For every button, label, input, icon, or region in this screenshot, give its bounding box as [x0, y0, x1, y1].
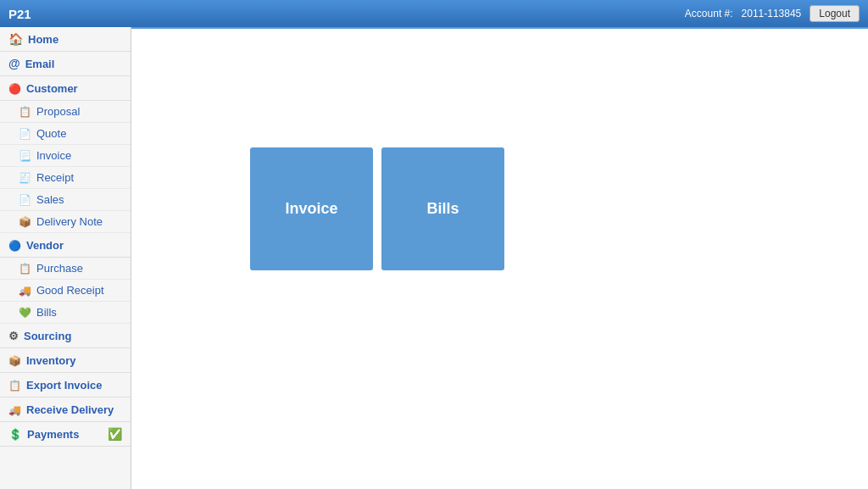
sidebar-item-sales[interactable]: Sales: [0, 189, 131, 211]
payments-check-icon: [108, 427, 122, 441]
sidebar-item-payments[interactable]: Payments: [0, 422, 131, 447]
account-number: 2011-113845: [742, 8, 802, 19]
sidebar-quote-label: Quote: [36, 127, 66, 140]
sidebar-proposal-label: Proposal: [36, 105, 80, 118]
purchase-icon: [19, 262, 31, 275]
sidebar-customer-label: Customer: [26, 82, 78, 95]
quote-icon: [19, 127, 31, 140]
app-title: P21: [8, 7, 31, 21]
sidebar-email-label: Email: [25, 58, 55, 70]
layout: Home Email Customer Proposal Quote Invoi…: [0, 27, 868, 489]
sidebar-invoice-label: Invoice: [36, 149, 71, 162]
account-area: Account #: 2011-113845 Logout: [685, 5, 860, 22]
sales-icon: [19, 193, 31, 206]
header: P21 Account #: 2011-113845 Logout: [0, 0, 868, 27]
payments-icon: [8, 427, 22, 441]
sidebar-home-label: Home: [28, 33, 58, 46]
sidebar-vendor-label: Vendor: [26, 239, 64, 252]
logout-button[interactable]: Logout: [810, 5, 860, 22]
sidebar-receipt-label: Receipt: [36, 171, 74, 184]
sidebar-item-email[interactable]: Email: [0, 52, 131, 76]
home-icon: [8, 32, 23, 46]
sidebar: Home Email Customer Proposal Quote Invoi…: [0, 27, 131, 489]
invoice-icon: [19, 149, 31, 162]
sidebar-item-proposal[interactable]: Proposal: [0, 101, 131, 123]
sidebar-purchase-label: Purchase: [36, 262, 83, 275]
sidebar-item-invoice[interactable]: Invoice: [0, 145, 131, 167]
bills-tile[interactable]: Bills: [381, 147, 504, 270]
main-content: Invoice Bills: [131, 27, 868, 489]
sourcing-icon: [8, 329, 19, 342]
inventory-icon: [8, 353, 21, 367]
sidebar-good-receipt-label: Good Receipt: [36, 284, 104, 297]
sidebar-item-quote[interactable]: Quote: [0, 123, 131, 145]
sidebar-export-invoice-label: Export Invoice: [26, 379, 103, 392]
vendor-icon: [8, 238, 21, 252]
sidebar-section-vendor[interactable]: Vendor: [0, 233, 131, 258]
bills-icon: [19, 306, 31, 319]
account-label: Account #:: [685, 8, 733, 19]
sidebar-item-delivery-note[interactable]: Delivery Note: [0, 211, 131, 233]
sidebar-item-good-receipt[interactable]: Good Receipt: [0, 280, 131, 302]
sidebar-item-export-invoice[interactable]: Export Invoice: [0, 373, 131, 397]
good-receipt-icon: [19, 284, 31, 297]
receive-delivery-icon: [8, 403, 21, 416]
export-invoice-icon: [8, 378, 21, 392]
sidebar-item-bills[interactable]: Bills: [0, 302, 131, 324]
sidebar-item-home[interactable]: Home: [0, 27, 131, 52]
sidebar-sales-label: Sales: [36, 193, 64, 206]
sidebar-receive-delivery-label: Receive Delivery: [26, 403, 114, 416]
customer-icon: [8, 81, 21, 95]
sidebar-item-purchase[interactable]: Purchase: [0, 258, 131, 280]
delivery-note-icon: [19, 215, 31, 228]
sidebar-item-sourcing[interactable]: Sourcing: [0, 324, 131, 348]
invoice-tile[interactable]: Invoice: [250, 147, 373, 270]
sidebar-section-customer[interactable]: Customer: [0, 76, 131, 101]
sidebar-item-receipt[interactable]: Receipt: [0, 167, 131, 189]
sidebar-payments-label: Payments: [27, 428, 79, 441]
tile-container: Invoice Bills: [250, 147, 851, 270]
email-icon: [8, 57, 20, 70]
proposal-icon: [19, 105, 31, 118]
sidebar-inventory-label: Inventory: [26, 354, 76, 367]
receipt-icon: [19, 171, 31, 184]
sidebar-bills-label: Bills: [36, 306, 57, 319]
sidebar-item-inventory[interactable]: Inventory: [0, 348, 131, 373]
sidebar-item-receive-delivery[interactable]: Receive Delivery: [0, 397, 131, 422]
sidebar-delivery-note-label: Delivery Note: [36, 215, 103, 228]
sidebar-sourcing-label: Sourcing: [24, 330, 71, 342]
